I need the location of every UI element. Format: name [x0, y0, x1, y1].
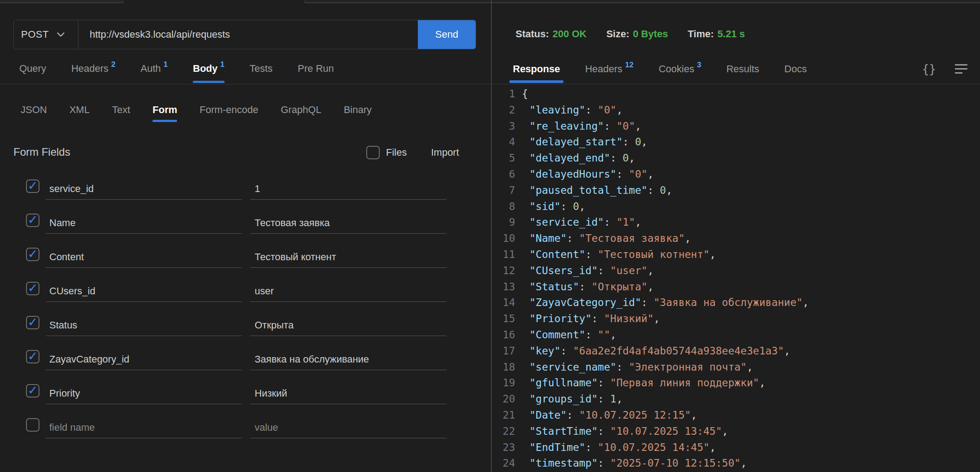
tab-response-headers[interactable]: Headers12 — [585, 54, 633, 84]
row-checkbox[interactable]: ✓ — [26, 350, 39, 363]
tab-label: Pre Run — [298, 63, 334, 74]
form-fields-title: Form Fields — [13, 146, 70, 158]
tab-text[interactable]: Text — [112, 98, 130, 122]
row-checkbox[interactable] — [26, 418, 39, 432]
menu-icon[interactable] — [955, 64, 967, 74]
tab-body[interactable]: Body1 — [193, 53, 224, 84]
field-value-input[interactable] — [250, 315, 447, 336]
code-line: 14ZayavCategory_id: Заявка на обслуживан… — [492, 295, 980, 311]
tab-cookies[interactable]: Cookies3 — [659, 54, 701, 84]
field-value-input[interactable] — [250, 212, 447, 234]
tab-headers[interactable]: Headers2 — [71, 53, 116, 84]
response-status-bar: Status:200 OK Size:0 Bytes Time:5.21 s — [516, 27, 745, 41]
check-icon: ✓ — [28, 316, 38, 328]
field-name-input[interactable] — [46, 246, 242, 268]
tab-xml[interactable]: XML — [69, 98, 90, 122]
code-line: 24timestamp: 2025-07-10 12:15:50, — [492, 455, 980, 472]
time-label: Time: — [688, 28, 714, 39]
format-json-icon[interactable]: {} — [922, 62, 936, 76]
line-number: 22 — [492, 424, 515, 440]
tab-label: GraphQL — [281, 104, 321, 116]
url-input[interactable]: http://vsdesk3.local/api/requests — [78, 20, 418, 49]
form-row-empty — [0, 408, 491, 442]
line-number: 11 — [492, 247, 515, 263]
code-line: 6delayedHours: 0, — [492, 166, 980, 183]
field-value-input[interactable] — [250, 349, 447, 370]
code-line: 23EndTime: 10.07.2025 14:45, — [492, 440, 980, 456]
tab-label: Headers — [585, 63, 622, 75]
line-number: 15 — [492, 311, 515, 327]
form-row: ✓ — [0, 203, 491, 237]
tab-label: JSON — [21, 104, 47, 116]
code-line: 11Content: Тестовый котнент, — [492, 247, 980, 263]
field-name-input[interactable] — [46, 212, 242, 234]
tab-docs[interactable]: Docs — [785, 54, 807, 84]
code-line: 1{ — [492, 86, 980, 102]
tab-label: Response — [513, 63, 560, 75]
tab-json[interactable]: JSON — [21, 98, 47, 122]
code-line: 16Comment: , — [492, 327, 980, 343]
field-name-input[interactable] — [46, 349, 242, 370]
tab-label: Cookies — [659, 63, 694, 75]
line-number: 16 — [492, 327, 515, 343]
code-line: 10Name: Тестовая заявка, — [492, 231, 980, 247]
files-checkbox[interactable] — [366, 146, 380, 159]
field-value-input[interactable] — [250, 417, 447, 438]
field-value-input[interactable] — [250, 178, 447, 200]
form-row: ✓ — [0, 340, 491, 374]
tab-label: Headers — [71, 63, 108, 74]
tab-results[interactable]: Results — [726, 54, 759, 84]
request-panel: POST http://vsdesk3.local/api/requests S… — [0, 0, 491, 472]
row-checkbox[interactable]: ✓ — [26, 316, 39, 329]
tab-graphql[interactable]: GraphQL — [281, 98, 321, 122]
line-number: 1 — [492, 86, 515, 102]
import-button[interactable]: Import — [431, 147, 459, 158]
size-label: Size: — [606, 28, 629, 39]
row-checkbox[interactable]: ✓ — [26, 214, 39, 227]
field-value-input[interactable] — [250, 280, 447, 302]
form-row: ✓ — [0, 169, 491, 203]
field-name-input[interactable] — [46, 383, 242, 404]
code-line: 20groups_id: 1, — [492, 391, 980, 407]
field-value-input[interactable] — [250, 383, 447, 404]
response-tabs: Response Headers12 Cookies3 Results Docs… — [492, 54, 980, 84]
check-icon: ✓ — [28, 214, 38, 226]
method-dropdown[interactable]: POST — [14, 20, 78, 49]
field-name-input[interactable] — [46, 280, 242, 302]
row-checkbox[interactable]: ✓ — [26, 282, 39, 295]
tab-form[interactable]: Form — [152, 98, 177, 122]
code-line: 5delayed_end: 0, — [492, 150, 980, 166]
field-name-input[interactable] — [46, 417, 242, 438]
check-icon: ✓ — [28, 350, 38, 363]
row-checkbox[interactable]: ✓ — [26, 384, 39, 398]
send-button[interactable]: Send — [418, 20, 476, 49]
row-checkbox[interactable]: ✓ — [26, 179, 39, 193]
line-number: 9 — [492, 214, 515, 231]
tab-binary[interactable]: Binary — [344, 98, 372, 122]
body-type-tabs: JSON XML Text Form Form-encode GraphQL B… — [0, 98, 491, 122]
line-number: 7 — [492, 183, 515, 199]
line-number: 20 — [492, 391, 515, 407]
size-value: 0 Bytes — [633, 28, 668, 39]
tab-badge: 3 — [697, 61, 701, 70]
field-value-input[interactable] — [250, 246, 447, 268]
code-line: 4delayed_start: 0, — [492, 134, 980, 150]
tab-tests[interactable]: Tests — [250, 53, 273, 84]
size-stat: Size:0 Bytes — [606, 28, 668, 40]
line-number: 5 — [492, 150, 515, 166]
tab-auth[interactable]: Auth1 — [141, 53, 168, 84]
tab-pre-run[interactable]: Pre Run — [298, 53, 334, 84]
field-name-input[interactable] — [46, 178, 242, 200]
row-checkbox[interactable]: ✓ — [26, 248, 39, 261]
code-line: 3re_leaving: 0, — [492, 118, 980, 135]
code-line: 22StartTime: 10.07.2025 13:45, — [492, 424, 980, 440]
tab-query[interactable]: Query — [19, 53, 46, 84]
code-line: 8sid: 0, — [492, 199, 980, 215]
response-body-viewer[interactable]: 1{ 2leaving: 0, 3re_leaving: 0, 4delayed… — [492, 86, 980, 472]
line-number: 4 — [492, 134, 515, 150]
tab-response[interactable]: Response — [513, 54, 560, 84]
tab-form-encode[interactable]: Form-encode — [199, 98, 258, 122]
tab-badge: 2 — [111, 60, 115, 69]
field-name-input[interactable] — [46, 315, 242, 336]
check-icon: ✓ — [28, 248, 38, 260]
